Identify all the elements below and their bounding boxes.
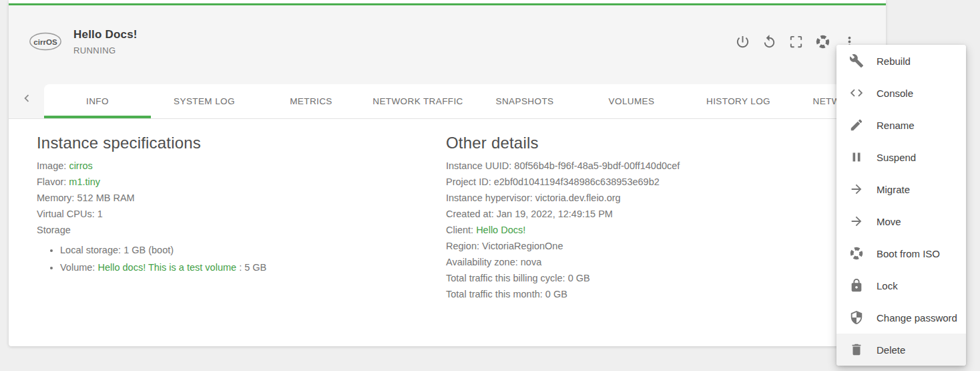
status-badge: RUNNING (73, 45, 138, 55)
menu-item-move[interactable]: Move (836, 205, 966, 237)
field-value: 1 (97, 209, 103, 219)
tab-volumes[interactable]: VOLUMES (578, 84, 685, 118)
field-value: 0 GB (568, 273, 590, 283)
code-icon (849, 86, 864, 100)
menu-item-rebuild[interactable]: Rebuild (836, 45, 966, 77)
instance-actions-menu: Rebuild Console Rename Suspend Migrate M… (836, 45, 966, 366)
reboot-button[interactable] (762, 34, 777, 49)
field-label: Created at: (446, 209, 494, 219)
instance-specifications-section: Instance specifications Image: cirros Fl… (37, 134, 446, 302)
tab-bar: INFO SYSTEM LOG METRICS NETWORK TRAFFIC … (9, 78, 886, 119)
info-tab-content: Instance specifications Image: cirros Fl… (9, 119, 886, 302)
tab-snapshots[interactable]: SNAPSHOTS (471, 84, 578, 118)
menu-item-suspend[interactable]: Suspend (836, 141, 966, 173)
menu-item-label: Boot from ISO (877, 248, 940, 259)
svg-text:cirrOS: cirrOS (33, 38, 57, 46)
menu-item-label: Migrate (877, 184, 910, 195)
field-label: Total traffic this billing cycle: (446, 273, 565, 283)
menu-item-label: Lock (877, 280, 898, 291)
storage-label: Storage (37, 222, 446, 238)
tab-info[interactable]: INFO (44, 84, 151, 118)
tabs-scroll-left-button[interactable] (9, 78, 44, 118)
field-value: : 5 GB (239, 262, 266, 273)
field-value: 1 GB (boot) (124, 245, 174, 255)
instance-title: Hello Docs! (73, 28, 138, 41)
arrow-right-icon (849, 182, 864, 197)
menu-item-label: Move (877, 216, 901, 227)
field-label: Local storage: (60, 245, 121, 255)
power-icon (735, 34, 750, 49)
menu-item-label: Delete (877, 344, 905, 356)
list-item: Local storage: 1 GB (boot) (60, 241, 446, 259)
restart-icon (762, 34, 777, 49)
power-button[interactable] (735, 34, 750, 49)
field-value: 0 GB (545, 289, 567, 299)
field-label: Image: (37, 160, 66, 171)
arrow-right-icon (849, 214, 864, 229)
boot-from-iso-icon (815, 34, 830, 49)
console-fullscreen-button[interactable] (788, 34, 804, 49)
menu-item-lock[interactable]: Lock (836, 269, 966, 301)
list-item: Volume: Hello docs! This is a test volum… (60, 259, 446, 276)
section-title: Instance specifications (37, 134, 446, 152)
menu-item-delete[interactable]: Delete (836, 334, 966, 366)
cirros-logo-icon: cirrOS (29, 30, 62, 53)
field-label: Flavor: (37, 176, 66, 187)
menu-item-label: Change password (877, 312, 957, 324)
fullscreen-icon (788, 34, 804, 49)
tab-network-traffic[interactable]: NETWORK TRAFFIC (364, 84, 471, 118)
client-link[interactable]: Hello Docs! (476, 225, 525, 235)
field-value: nova (521, 257, 541, 267)
tab-strip: INFO SYSTEM LOG METRICS NETWORK TRAFFIC … (44, 84, 886, 118)
field-label: Memory: (37, 193, 74, 203)
trash-icon (849, 342, 864, 357)
flavor-link[interactable]: m1.tiny (69, 176, 100, 187)
tab-history-log[interactable]: HISTORY LOG (685, 84, 792, 118)
field-label: Project ID: (446, 176, 491, 187)
chevron-left-icon (19, 91, 34, 106)
field-label: Instance UUID: (446, 160, 511, 171)
menu-item-migrate[interactable]: Migrate (836, 173, 966, 205)
field-value: 80f56b4b-f96f-48a5-9bdf-00ff140d0cef (514, 160, 680, 171)
field-label: Volume: (60, 262, 95, 273)
field-label: Instance hypervisor: (446, 193, 533, 203)
field-label: Availability zone: (446, 257, 518, 267)
field-value: victoria.dev.fleio.org (535, 193, 621, 203)
volume-link[interactable]: Hello docs! This is a test volume (97, 262, 236, 273)
field-value: Jan 19, 2022, 12:49:15 PM (497, 209, 613, 219)
instance-card: cirrOS Hello Docs! RUNNING (9, 0, 886, 346)
instance-header: cirrOS Hello Docs! RUNNING (9, 5, 886, 78)
other-details-section: Other details Instance UUID: 80f56b4b-f9… (446, 134, 859, 302)
wrench-icon (849, 53, 864, 68)
pencil-icon (849, 118, 864, 132)
field-label: Total traffic this month: (446, 289, 543, 299)
menu-item-change-password[interactable]: Change password (836, 301, 966, 334)
menu-item-label: Console (877, 88, 913, 99)
field-label: Region: (446, 241, 479, 251)
menu-item-label: Suspend (877, 152, 916, 163)
storage-list: Local storage: 1 GB (boot) Volume: Hello… (37, 241, 446, 276)
menu-item-rename[interactable]: Rename (836, 109, 966, 141)
boot-from-iso-icon (849, 246, 864, 261)
menu-item-label: Rebuild (877, 55, 911, 67)
menu-item-label: Rename (877, 120, 915, 131)
menu-item-console[interactable]: Console (836, 77, 966, 109)
pause-icon (849, 150, 864, 164)
section-title: Other details (446, 134, 859, 152)
field-label: Client: (446, 225, 473, 235)
field-value: e2bf0d1041194f348986c638953e69b2 (494, 176, 660, 187)
lock-icon (849, 278, 864, 293)
tab-metrics[interactable]: METRICS (258, 84, 364, 118)
image-link[interactable]: cirros (69, 160, 92, 171)
field-value: VictoriaRegionOne (482, 241, 563, 251)
field-label: Virtual CPUs: (37, 209, 95, 219)
boot-from-iso-button[interactable] (815, 34, 830, 49)
shield-icon (849, 310, 864, 325)
tab-system-log[interactable]: SYSTEM LOG (151, 84, 258, 118)
field-value: 512 MB RAM (77, 193, 134, 203)
menu-item-boot-from-iso[interactable]: Boot from ISO (836, 237, 966, 269)
